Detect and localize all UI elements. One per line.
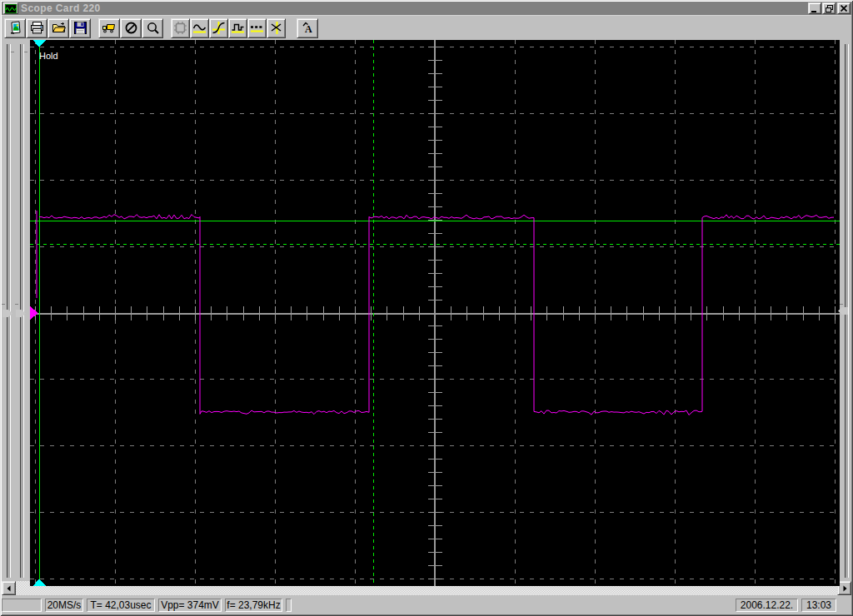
status-panel-empty <box>2 599 42 612</box>
font-button[interactable]: A <box>297 18 318 38</box>
scope-canvas[interactable] <box>30 40 840 586</box>
app-window: Scope Card 220 A Hold <box>0 0 853 616</box>
print-button[interactable] <box>26 18 47 38</box>
scope-display[interactable]: Hold <box>30 40 840 586</box>
toolbar: A <box>2 15 851 40</box>
open-folder-icon <box>52 21 66 35</box>
title-bar[interactable]: Scope Card 220 <box>2 2 851 15</box>
trigger-button[interactable] <box>209 18 228 38</box>
prohibition-icon <box>124 21 138 35</box>
vpp-panel: Vpp= 374mV <box>158 599 222 612</box>
zoom-button[interactable] <box>142 18 163 38</box>
acquire-button[interactable] <box>98 18 120 38</box>
hold-status-label: Hold <box>39 51 58 61</box>
minimize-button[interactable] <box>808 2 821 14</box>
line-style-button[interactable] <box>247 18 267 38</box>
magnifier-icon <box>146 21 160 35</box>
slider-tick <box>2 304 5 305</box>
arrow-left-icon <box>6 585 12 592</box>
date-panel: 2006.12.22. <box>736 599 798 612</box>
scroll-left-button[interactable] <box>2 581 16 595</box>
right-slider-panel <box>840 40 851 581</box>
cursor-x-icon <box>269 21 283 35</box>
window-title: Scope Card 220 <box>21 2 807 15</box>
slider-tick <box>11 52 14 52</box>
image-export-icon <box>8 21 22 35</box>
letter-a-icon: A <box>301 21 315 35</box>
status-panel-small <box>286 599 292 612</box>
open-button[interactable] <box>47 18 69 38</box>
square-wave-icon <box>231 21 245 35</box>
dump-truck-icon <box>102 21 117 35</box>
slider-thumb-3[interactable] <box>838 307 848 315</box>
cursor-button[interactable] <box>267 18 286 38</box>
channel-offset-marker[interactable] <box>30 306 38 320</box>
stop-button[interactable] <box>120 18 142 38</box>
dotted-line-icon <box>250 21 264 35</box>
sample-rate-panel: 20MS/s <box>45 599 83 612</box>
sine-wave-icon <box>192 21 207 35</box>
save-button[interactable] <box>69 18 91 38</box>
signal-button[interactable] <box>190 18 209 38</box>
slider-tick <box>15 304 18 305</box>
left-slider-panel <box>2 40 30 581</box>
printer-icon <box>30 21 44 35</box>
restore-button[interactable] <box>822 2 836 14</box>
svg-text:A: A <box>305 23 312 35</box>
main-area: Hold <box>2 40 851 581</box>
slider-tick <box>840 304 843 305</box>
slider-tick <box>24 52 27 52</box>
axis-layer <box>30 40 840 586</box>
period-panel: T= 42,03usec <box>87 599 155 612</box>
export-image-button[interactable] <box>4 18 26 38</box>
grid-toggle-button[interactable] <box>171 18 190 38</box>
slider-thumb-1[interactable] <box>2 310 12 317</box>
save-floppy-icon <box>73 21 87 35</box>
time-panel: 13:03 <box>801 599 836 612</box>
square-wave-button[interactable] <box>228 18 247 38</box>
oscilloscope-icon[interactable] <box>3 2 18 14</box>
graticule-icon <box>173 21 187 35</box>
trigger-cross-icon <box>212 21 226 35</box>
close-button[interactable] <box>837 2 851 14</box>
slider-thumb-2[interactable] <box>16 310 26 317</box>
arrow-right-icon <box>841 585 848 592</box>
frequency-panel: f= 23,79kHz <box>225 599 282 612</box>
status-bar: 20MS/sT= 42,03usecVpp= 374mVf= 23,79kHz2… <box>2 595 851 614</box>
